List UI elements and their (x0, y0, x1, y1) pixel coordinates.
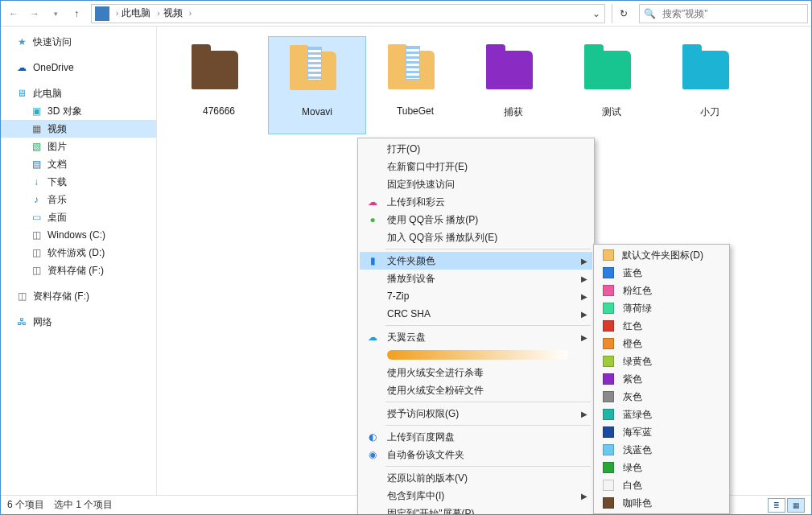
sidebar-item[interactable]: ▣3D 对象 (1, 102, 156, 120)
color-label: 灰色 (623, 390, 703, 404)
forward-button[interactable]: → (25, 4, 44, 23)
menu-item[interactable]: 使用火绒安全进行杀毒 (360, 364, 592, 381)
menu-item[interactable]: 加入 QQ音乐 播放队列(E) (360, 229, 592, 246)
search-box[interactable]: 🔍 (639, 4, 808, 23)
menu-item-icon: ☁ (365, 330, 381, 344)
breadcrumb-tail[interactable]: › (186, 9, 195, 18)
menu-item-icon (365, 365, 381, 380)
color-swatch-icon (600, 354, 616, 369)
sidebar-this-pc[interactable]: 🖥此电脑 (1, 84, 156, 102)
menu-item[interactable]: 打开(O) (360, 140, 592, 158)
color-menu-item[interactable]: 粉红色 (596, 282, 728, 299)
color-swatch-icon (600, 389, 616, 404)
color-menu-item[interactable]: 紫色 (596, 370, 728, 388)
folder-label: 测试 (602, 105, 621, 119)
folder-tile[interactable]: 捕获 (464, 36, 563, 134)
address-dropdown[interactable]: ⌄ (588, 5, 604, 23)
menu-item[interactable]: 使用火绒安全粉碎文件 (360, 381, 592, 399)
menu-item[interactable]: ◉自动备份该文件夹 (360, 446, 592, 464)
sidebar-label: 资料存储 (F:) (47, 264, 104, 278)
folder-tile[interactable]: TubeGet (366, 36, 464, 134)
sidebar-item[interactable]: ▤文档 (1, 155, 156, 173)
menu-item-icon: ● (365, 212, 381, 227)
details-view-button[interactable]: ≣ (768, 498, 785, 513)
up-button[interactable]: ↑ (67, 4, 86, 23)
color-label: 绿黄色 (623, 355, 703, 369)
folder-type-icon: ♪ (30, 193, 43, 206)
sidebar-item[interactable]: ♪音乐 (1, 191, 156, 208)
menu-item-icon (365, 271, 381, 286)
sidebar-item[interactable]: ↓下载 (1, 173, 156, 191)
menu-item[interactable]: ▮文件夹颜色▶ (360, 252, 592, 270)
menu-item[interactable]: 播放到设备▶ (360, 270, 592, 287)
menu-item-label: 7-Zip (387, 290, 568, 302)
sidebar-quick-access[interactable]: ★快速访问 (1, 33, 156, 51)
menu-item[interactable]: 固定到快速访问 (360, 175, 592, 193)
color-menu-item[interactable]: 绿色 (596, 459, 728, 476)
folder-icon (290, 42, 344, 100)
chevron-right-icon: ▶ (581, 292, 587, 301)
sidebar-item[interactable]: ▦视频 (1, 120, 156, 138)
color-label: 咖啡色 (623, 496, 703, 510)
star-icon: ★ (15, 35, 28, 48)
menu-item-icon: ◐ (365, 430, 381, 444)
menu-item[interactable]: ●使用 QQ音乐 播放(P) (360, 211, 592, 229)
search-input[interactable] (659, 8, 807, 19)
address-bar[interactable]: ›此电脑 ›视频 › ⌄ (91, 4, 605, 23)
sidebar-item[interactable]: ◫Windows (C:) (1, 226, 156, 244)
color-menu-item[interactable]: 蓝绿色 (596, 406, 728, 423)
color-swatch-icon (600, 478, 616, 492)
refresh-button[interactable]: ↻ (612, 4, 634, 23)
color-label: 默认文件夹图标(D) (622, 249, 703, 262)
folder-label: TubeGet (397, 105, 434, 117)
back-button[interactable]: ← (4, 4, 23, 23)
icons-view-button[interactable]: ▦ (787, 498, 805, 513)
breadcrumb-seg[interactable]: ›视频 (154, 6, 185, 20)
color-submenu: 默认文件夹图标(D)蓝色粉红色薄荷绿红色橙色绿黄色紫色灰色蓝绿色海军蓝浅蓝色绿色… (593, 244, 730, 514)
color-menu-item[interactable]: 绿黄色 (596, 352, 728, 370)
folder-tile[interactable]: 小刀 (661, 36, 759, 134)
sidebar-onedrive[interactable]: ☁OneDrive (1, 59, 156, 76)
color-menu-item[interactable]: 橙色 (596, 335, 728, 352)
color-swatch-icon (600, 425, 616, 439)
color-menu-item[interactable]: 浅蓝色 (596, 441, 728, 459)
color-menu-item[interactable]: 白色 (596, 476, 728, 494)
menu-item-icon (365, 383, 381, 398)
menu-item-label: 播放到设备 (387, 272, 568, 286)
location-icon (95, 6, 109, 21)
menu-item[interactable]: ☁上传到和彩云 (360, 193, 592, 211)
sidebar-item[interactable]: ◫软件游戏 (D:) (1, 244, 156, 262)
sidebar-network[interactable]: 🖧网络 (1, 313, 156, 331)
menu-item-redacted[interactable] (360, 346, 592, 364)
menu-item[interactable]: 授予访问权限(G)▶ (360, 405, 592, 422)
color-menu-item[interactable]: 默认文件夹图标(D) (596, 246, 728, 264)
menu-item[interactable]: 在新窗口中打开(E) (360, 158, 592, 175)
sidebar-drive[interactable]: ◫资料存储 (F:) (1, 287, 156, 305)
color-label: 浅蓝色 (623, 443, 703, 457)
sidebar-item[interactable]: ◫资料存储 (F:) (1, 262, 156, 279)
menu-item-icon (365, 230, 381, 245)
color-menu-item[interactable]: 红色 (596, 317, 728, 335)
color-menu-item[interactable]: 海军蓝 (596, 423, 728, 441)
folder-tile[interactable]: Movavi (268, 36, 366, 134)
menu-item[interactable]: ◐上传到百度网盘 (360, 428, 592, 446)
color-menu-item[interactable]: 灰色 (596, 388, 728, 406)
menu-item[interactable]: CRC SHA▶ (360, 305, 592, 323)
folder-tile[interactable]: 476666 (170, 36, 268, 134)
sidebar-label: 快速访问 (33, 35, 72, 49)
recent-dropdown[interactable]: ▾ (46, 4, 65, 23)
color-menu-item[interactable]: 咖啡色 (596, 494, 728, 512)
folder-tile[interactable]: 测试 (563, 36, 661, 134)
sidebar-label: 软件游戏 (D:) (47, 246, 105, 260)
color-menu-item[interactable]: 蓝色 (596, 264, 728, 282)
menu-item[interactable]: ☁天翼云盘▶ (360, 328, 592, 346)
menu-item[interactable]: 包含到库中(I)▶ (360, 487, 592, 505)
menu-item[interactable]: 7-Zip▶ (360, 287, 592, 305)
color-menu-item[interactable]: 薄荷绿 (596, 299, 728, 317)
sidebar-item[interactable]: ▭桌面 (1, 208, 156, 226)
menu-item-icon: ▮ (365, 253, 381, 268)
menu-item[interactable]: 还原以前的版本(V) (360, 469, 592, 487)
breadcrumb-seg[interactable]: ›此电脑 (113, 6, 154, 20)
sidebar-item[interactable]: ▧图片 (1, 138, 156, 155)
menu-item[interactable]: 固定到"开始"屏幕(P) (360, 505, 592, 515)
